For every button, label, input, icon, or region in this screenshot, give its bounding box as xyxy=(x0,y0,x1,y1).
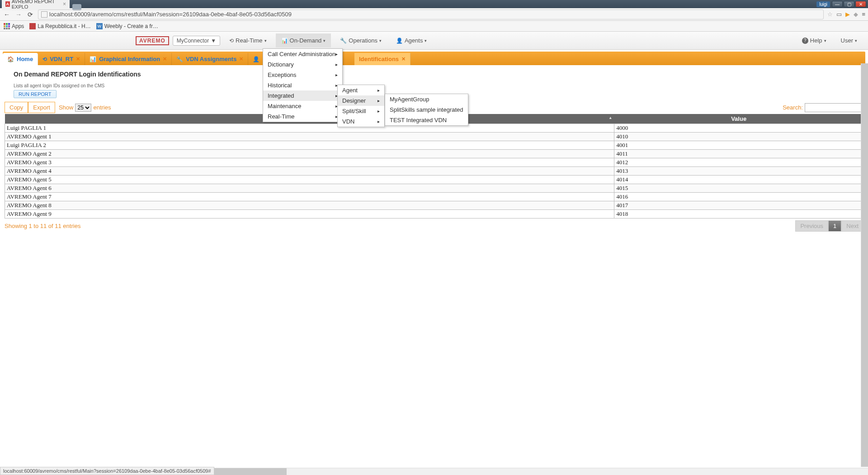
url-input[interactable]: localhost:60009/avremo/cms/restful/Main?… xyxy=(38,10,824,19)
nav-label: Help xyxy=(810,37,822,44)
menu-item-myagentgroup[interactable]: MyAgentGroup xyxy=(385,94,468,104)
reload-icon[interactable]: ⟳ xyxy=(26,10,34,19)
cell-name: AVREMO Agent 9 xyxy=(5,210,614,218)
close-tab-icon[interactable]: × xyxy=(63,1,66,7)
app-toolbar: AVREMO MyConnector ▼ ⟲ Real-Time ▾ 📊 On-… xyxy=(0,32,868,50)
nav-help[interactable]: ? Help ▾ xyxy=(797,33,832,48)
maximize-button[interactable]: ▢ xyxy=(844,1,854,7)
report-title: On Demand REPORT Login Identifications xyxy=(14,71,854,78)
close-tab-icon[interactable]: ✕ xyxy=(239,56,243,62)
minimize-button[interactable]: — xyxy=(832,1,843,7)
caret-icon: ▾ xyxy=(855,38,857,43)
table-row: AVREMO Agent 94018 xyxy=(5,210,863,218)
cell-value: 4018 xyxy=(614,210,863,218)
caret-icon: ▼ xyxy=(211,38,216,44)
vertical-scrollbar[interactable] xyxy=(861,63,868,237)
tab-identifications[interactable]: Identifications ✕ xyxy=(354,53,410,65)
connector-select[interactable]: MyConnector ▼ xyxy=(173,36,220,46)
content-area: On Demand REPORT Login Identifications L… xyxy=(0,65,868,237)
menu-item-realtime[interactable]: Real-Time ▸ xyxy=(263,111,342,122)
menu-item-dictionary[interactable]: Dictionary ▸ xyxy=(263,59,342,70)
header-label: Value xyxy=(731,115,746,122)
close-window-button[interactable]: ✕ xyxy=(855,1,866,7)
bookmark-apps[interactable]: Apps xyxy=(4,23,24,29)
bookmarks-bar: Apps La Repubblica.it - H… W Weebly - Cr… xyxy=(0,21,868,32)
menu-item-exceptions[interactable]: Exceptions ▸ xyxy=(263,70,342,80)
bookmark-weebly[interactable]: W Weebly - Create a fr… xyxy=(96,23,158,29)
nav-agents[interactable]: 👤 Agents ▾ xyxy=(391,33,432,48)
nav-label: On-Demand xyxy=(290,37,322,44)
run-report-button[interactable]: RUN REPORT xyxy=(14,90,57,98)
tab-label: Identifications xyxy=(359,56,399,62)
close-tab-icon[interactable]: ✕ xyxy=(401,56,406,62)
menu-item-agent[interactable]: Agent ▸ xyxy=(338,85,384,95)
cell-name: Luigi PAGLIA 1 xyxy=(5,124,614,133)
table-row: AVREMO Agent 44013 xyxy=(5,167,863,176)
tab-label: VDN Assignments xyxy=(186,56,236,62)
page-number[interactable]: 1 xyxy=(828,220,841,232)
cell-value: 4001 xyxy=(614,141,863,150)
extension-icon-2[interactable]: ◆ xyxy=(854,11,858,18)
menu-item-splitskill[interactable]: Split/Skill ▸ xyxy=(338,106,384,116)
column-header-value[interactable]: Value xyxy=(614,114,863,124)
cell-value: 4016 xyxy=(614,193,863,201)
tab-graphical[interactable]: 📊 Graphical Information ✕ xyxy=(85,53,172,65)
nav-realtime[interactable]: ⟲ Real-Time ▾ xyxy=(224,33,272,48)
nav-label: Agents xyxy=(405,37,423,44)
next-button[interactable]: Next xyxy=(841,220,863,232)
tab-vdn-assign[interactable]: 🔧 VDN Assignments ✕ xyxy=(172,53,248,65)
connector-label: MyConnector xyxy=(177,38,209,44)
tab-vdn-rt[interactable]: ⟲ VDN_RT ✕ xyxy=(38,53,85,65)
previous-button[interactable]: Previous xyxy=(795,220,828,232)
menu-item-vdn[interactable]: VDN ▸ xyxy=(338,116,384,127)
nav-user[interactable]: User ▾ xyxy=(835,33,863,48)
close-tab-icon[interactable]: ✕ xyxy=(76,56,80,62)
nav-label: User xyxy=(841,37,853,44)
bookmark-label: Apps xyxy=(12,23,24,29)
caret-icon: ▾ xyxy=(379,38,382,43)
close-tab-icon[interactable]: ✕ xyxy=(163,56,167,62)
caret-icon: ▾ xyxy=(824,38,826,43)
integrated-submenu: Agent ▸ Designer ▸ Split/Skill ▸ VDN ▸ xyxy=(337,85,385,127)
menu-item-test-vdn[interactable]: TEST Integrated VDN xyxy=(385,115,468,125)
menu-item-designer[interactable]: Designer ▸ xyxy=(338,95,384,106)
wrench-icon: 🔧 xyxy=(176,56,183,62)
browser-tab[interactable]: A AVREMO REPORT EXPLO × xyxy=(2,0,70,10)
entries-select[interactable]: 25 xyxy=(75,104,91,112)
search-input[interactable] xyxy=(805,103,863,112)
nav-operations[interactable]: 🔧 Operations ▾ xyxy=(335,33,387,48)
star-icon[interactable]: ☆ xyxy=(827,11,833,18)
show-label: Show xyxy=(59,104,74,111)
url-text: localhost:60009/avremo/cms/restful/Main?… xyxy=(49,11,292,18)
chevron-right-icon: ▸ xyxy=(335,52,338,57)
device-icon[interactable]: ▭ xyxy=(836,11,842,18)
menu-item-maintenance[interactable]: Maintenance ▸ xyxy=(263,101,342,111)
menu-item-historical[interactable]: Historical ▸ xyxy=(263,80,342,90)
entries-label: entries xyxy=(93,104,111,111)
browser-user-badge[interactable]: luigi xyxy=(816,1,830,7)
menu-label: Exceptions xyxy=(268,71,297,78)
extension-icon[interactable]: ▶ xyxy=(845,11,850,18)
menu-label: Call Center Administration xyxy=(268,51,335,57)
pager: Previous 1 Next xyxy=(795,220,863,232)
chart-icon: 📊 xyxy=(90,56,96,62)
refresh-icon: ⟲ xyxy=(42,56,47,62)
sort-icon: ▴ xyxy=(609,115,612,120)
menu-icon[interactable]: ≡ xyxy=(862,11,865,18)
forward-icon[interactable]: → xyxy=(14,10,23,19)
bookmark-label: Weebly - Create a fr… xyxy=(104,23,158,29)
tab-label: Graphical Information xyxy=(99,56,160,62)
address-bar: ← → ⟳ localhost:60009/avremo/cms/restful… xyxy=(0,8,868,21)
menu-label: Designer xyxy=(342,97,366,104)
nav-ondemand[interactable]: 📊 On-Demand ▾ xyxy=(276,33,331,48)
menu-item-splitskills-sample[interactable]: SplitSkills sample integrated xyxy=(385,104,468,115)
back-icon[interactable]: ← xyxy=(3,10,11,19)
menu-item-call-center-admin[interactable]: Call Center Administration ▸ xyxy=(263,49,342,59)
copy-button[interactable]: Copy xyxy=(5,102,28,113)
bookmark-repubblica[interactable]: La Repubblica.it - H… xyxy=(29,23,90,29)
export-button[interactable]: Export xyxy=(28,102,55,113)
wrench-icon: 🔧 xyxy=(340,38,347,44)
home-icon: 🏠 xyxy=(7,56,14,62)
menu-item-integrated[interactable]: Integrated ▸ xyxy=(263,90,342,101)
tab-home[interactable]: 🏠 Home xyxy=(3,53,38,65)
